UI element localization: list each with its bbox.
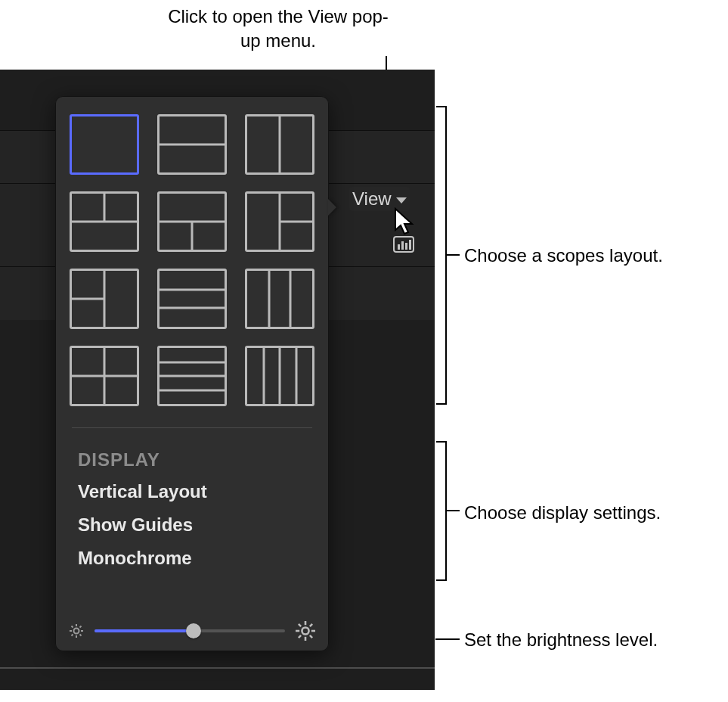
layout-2cols[interactable] xyxy=(245,114,314,175)
layout-2over1[interactable] xyxy=(70,191,139,252)
svg-line-20 xyxy=(310,635,312,638)
layout-2left-1right[interactable] xyxy=(70,269,139,329)
chevron-down-icon xyxy=(396,197,407,203)
divider xyxy=(72,427,312,428)
view-popup-button[interactable]: View xyxy=(349,187,410,211)
slider-fill xyxy=(94,629,194,632)
layout-2x2[interactable] xyxy=(70,346,139,406)
svg-line-12 xyxy=(80,626,82,628)
layout-1x1[interactable] xyxy=(70,114,139,175)
divider xyxy=(0,667,435,669)
svg-point-5 xyxy=(74,629,79,634)
view-button-label: View xyxy=(352,188,392,210)
app-dark-panel: View xyxy=(0,70,435,690)
section-header-display: DISPLAY xyxy=(78,449,306,471)
layout-2x2-offset-r[interactable] xyxy=(245,191,314,252)
callout-view-popup: Click to open the View pop-up menu. xyxy=(161,5,395,54)
callout-brightness: Set the brightness level. xyxy=(464,628,714,652)
layout-4cols[interactable] xyxy=(245,346,314,406)
svg-rect-4 xyxy=(409,240,411,250)
layout-1over3[interactable] xyxy=(157,269,227,329)
svg-line-21 xyxy=(310,624,312,626)
brightness-slider[interactable] xyxy=(94,629,285,632)
layout-grid xyxy=(55,96,329,423)
callout-display: Choose display settings. xyxy=(464,501,714,525)
scopes-toggle-icon[interactable] xyxy=(393,236,414,253)
brightness-row xyxy=(55,621,329,641)
svg-line-13 xyxy=(72,635,73,636)
slider-thumb[interactable] xyxy=(186,623,201,638)
svg-line-10 xyxy=(72,626,73,628)
svg-point-14 xyxy=(302,627,308,634)
menu-item-show-guides[interactable]: Show Guides xyxy=(78,508,306,542)
view-popover: DISPLAY Vertical Layout Show Guides Mono… xyxy=(55,96,329,651)
svg-rect-3 xyxy=(405,243,407,250)
menu-item-vertical-layout[interactable]: Vertical Layout xyxy=(78,475,306,508)
svg-rect-2 xyxy=(401,241,404,250)
svg-line-22 xyxy=(299,635,301,638)
bracket-layouts xyxy=(435,106,461,405)
layout-1over2[interactable] xyxy=(157,191,227,252)
layout-3cols[interactable] xyxy=(245,269,314,329)
svg-rect-1 xyxy=(398,244,400,250)
leader-line xyxy=(435,638,460,640)
layout-1over1[interactable] xyxy=(157,114,227,175)
svg-line-11 xyxy=(80,635,82,636)
annotated-screenshot: Click to open the View pop-up menu. View xyxy=(0,0,728,702)
layout-4rows[interactable] xyxy=(157,346,227,406)
brightness-high-icon xyxy=(296,621,315,641)
callout-layouts: Choose a scopes layout. xyxy=(464,244,714,268)
brightness-low-icon xyxy=(69,623,84,638)
svg-line-19 xyxy=(299,624,301,626)
bracket-display xyxy=(435,441,461,581)
menu-item-monochrome[interactable]: Monochrome xyxy=(78,542,306,575)
